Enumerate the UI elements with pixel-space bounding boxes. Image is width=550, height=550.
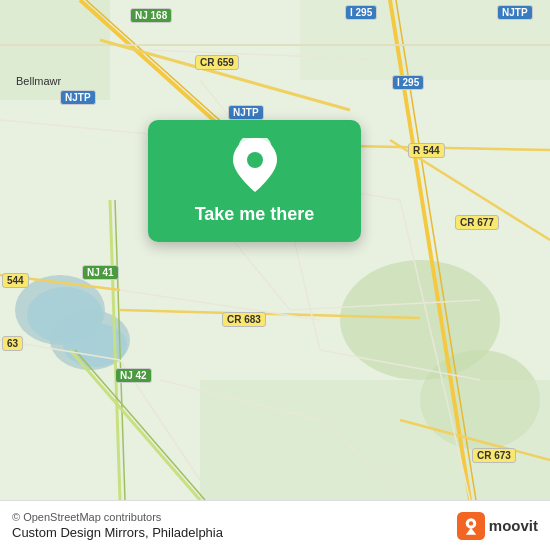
- label-cr659: CR 659: [195, 55, 239, 70]
- label-cr677: CR 677: [455, 215, 499, 230]
- svg-point-6: [63, 323, 127, 367]
- bellmawr-label: Bellmawr: [16, 75, 61, 87]
- svg-rect-9: [200, 380, 550, 500]
- attribution-text: © OpenStreetMap contributors: [12, 511, 223, 523]
- label-njtp-top-right: NJTP: [497, 5, 533, 20]
- pin-svg: [229, 136, 281, 196]
- card-overlay: Take me there: [148, 120, 361, 242]
- label-544-left: 544: [2, 273, 29, 288]
- label-i295-right: I 295: [392, 75, 424, 90]
- bottom-bar: © OpenStreetMap contributors Custom Desi…: [0, 500, 550, 550]
- label-cr673: CR 673: [472, 448, 516, 463]
- label-nj168: NJ 168: [130, 8, 172, 23]
- moovit-icon: [457, 512, 485, 540]
- svg-point-42: [247, 152, 263, 168]
- label-njtp-center: NJTP: [228, 105, 264, 120]
- map-container: NJ 168 I 295 NJTP CR 659 NJTP NJTP I 295…: [0, 0, 550, 500]
- svg-point-45: [469, 521, 473, 525]
- label-cr544: R 544: [408, 143, 445, 158]
- label-nj42: NJ 42: [115, 368, 152, 383]
- label-63-left: 63: [2, 336, 23, 351]
- moovit-text: moovit: [489, 517, 538, 534]
- label-i295-top: I 295: [345, 5, 377, 20]
- label-cr683: CR 683: [222, 312, 266, 327]
- moovit-logo: moovit: [457, 512, 538, 540]
- label-njtp-left: NJTP: [60, 90, 96, 105]
- place-name: Custom Design Mirrors, Philadelphia: [12, 525, 223, 540]
- take-me-there-button[interactable]: Take me there: [195, 204, 315, 226]
- label-nj41: NJ 41: [82, 265, 119, 280]
